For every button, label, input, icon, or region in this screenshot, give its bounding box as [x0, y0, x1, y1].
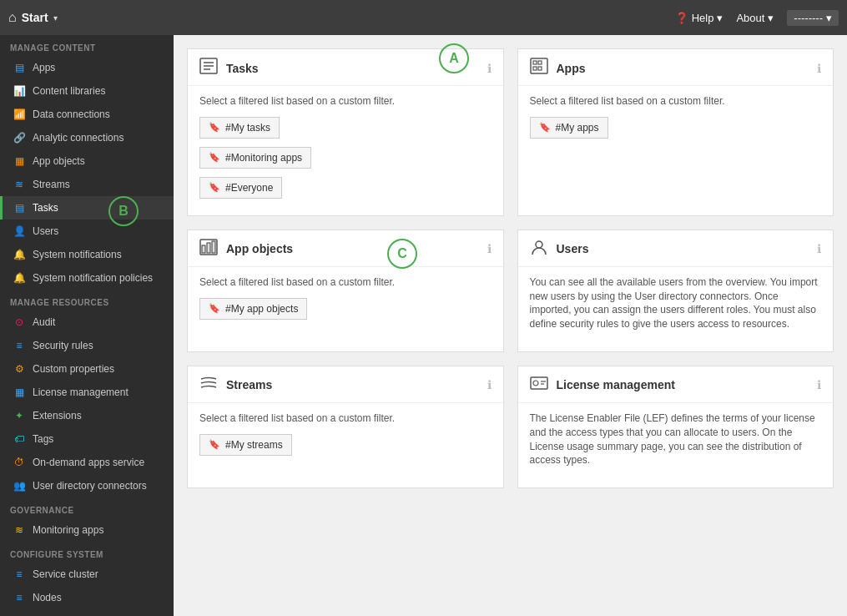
cards-grid: Tasks ℹ Select a filtered list based on … [187, 48, 834, 488]
sidebar-item-label: Data connections [33, 109, 110, 120]
content-libraries-icon: 📊 [13, 85, 26, 97]
extensions-icon: ✦ [13, 410, 26, 422]
sidebar-item-user-directory[interactable]: 👥 User directory connectors [0, 474, 174, 497]
tasks-icon: ▤ [13, 202, 26, 214]
sidebar-item-streams[interactable]: ≋ Streams [0, 173, 174, 196]
card-streams-title: Streams [226, 378, 272, 391]
card-app-objects-header: App objects ℹ [188, 230, 503, 267]
sidebar-item-label: System notification policies [33, 272, 153, 284]
card-streams-header: Streams ℹ [188, 366, 503, 403]
sidebar-item-security-rules[interactable]: ≡ Security rules [0, 334, 174, 357]
svg-rect-12 [212, 241, 215, 253]
sidebar-item-app-objects[interactable]: ▦ App objects [0, 149, 174, 173]
sidebar-item-system-notifications[interactable]: 🔔 System notifications [0, 243, 174, 266]
filter-monitoring-apps[interactable]: 🔖 #Monitoring apps [199, 147, 311, 169]
filter-everyone[interactable]: 🔖 #Everyone [199, 177, 282, 199]
topbar: ⌂ Start ▾ ❓ Help ▾ About ▾ -------- ▾ [0, 0, 847, 35]
user-directory-icon: 👥 [13, 480, 26, 492]
cards-container: A C [187, 48, 834, 488]
users-icon: 👤 [13, 225, 26, 237]
card-streams-header-left: Streams [199, 375, 272, 396]
sidebar-item-service-cluster[interactable]: ≡ Service cluster [0, 563, 174, 586]
sidebar-item-system-notification-policies[interactable]: 🔔 System notification policies [0, 266, 174, 290]
sidebar-item-label: Users [33, 225, 58, 237]
sidebar-item-monitoring-apps[interactable]: ≋ Monitoring apps [0, 518, 174, 542]
card-tasks-desc: Select a filtered list based on a custom… [199, 94, 492, 109]
start-label[interactable]: Start [22, 11, 48, 24]
sidebar-item-on-demand-apps[interactable]: ⏱ On-demand apps service [0, 451, 174, 474]
on-demand-apps-icon: ⏱ [13, 457, 26, 468]
svg-point-13 [536, 241, 542, 248]
sidebar-item-extensions[interactable]: ✦ Extensions [0, 404, 174, 427]
service-cluster-icon: ≡ [13, 568, 26, 580]
user-menu[interactable]: -------- ▾ [787, 10, 839, 26]
sidebar-item-label: User directory connectors [33, 480, 147, 492]
system-notification-policies-icon: 🔔 [13, 272, 26, 284]
sidebar-item-users[interactable]: 👤 Users [0, 220, 174, 243]
sidebar-item-label: Content libraries [33, 85, 105, 97]
app-objects-card-icon [199, 239, 218, 260]
filter-my-app-objects[interactable]: 🔖 #My app objects [199, 298, 307, 320]
sidebar-item-analytic-connections[interactable]: 🔗 Analytic connections [0, 126, 174, 149]
about-caret-icon: ▾ [768, 12, 774, 24]
card-app-objects-header-left: App objects [199, 239, 293, 260]
nodes-icon: ≡ [13, 592, 26, 603]
users-info-icon[interactable]: ℹ [817, 242, 821, 255]
card-license-desc: The License Enabler File (LEF) defines t… [530, 412, 822, 467]
apps-card-icon [530, 58, 548, 78]
sidebar-item-tasks[interactable]: ▤ Tasks [0, 196, 174, 220]
sidebar-item-label: Apps [33, 62, 55, 73]
sidebar-item-custom-properties[interactable]: ⚙ Custom properties [0, 357, 174, 381]
sidebar-item-label: Streams [33, 179, 70, 190]
sidebar-item-label: App objects [33, 155, 85, 167]
license-management-icon: ▦ [13, 386, 26, 398]
card-tasks-header-left: Tasks [199, 58, 259, 78]
svg-rect-11 [207, 243, 210, 253]
card-apps: Apps ℹ Select a filtered list based on a… [517, 48, 834, 216]
sidebar-item-tags[interactable]: 🏷 Tags [0, 427, 174, 451]
apps-info-icon[interactable]: ℹ [817, 62, 821, 75]
security-rules-icon: ≡ [13, 340, 26, 351]
filter-my-streams[interactable]: 🔖 #My streams [199, 434, 292, 456]
home-icon[interactable]: ⌂ [8, 10, 17, 25]
sidebar-item-nodes[interactable]: ≡ Nodes [0, 586, 174, 609]
filter-my-tasks[interactable]: 🔖 #My tasks [199, 117, 280, 139]
license-info-icon[interactable]: ℹ [817, 378, 821, 391]
streams-info-icon[interactable]: ℹ [487, 378, 492, 391]
about-button[interactable]: About ▾ [736, 12, 774, 24]
sidebar-item-engines[interactable]: ⚙ Engines [0, 609, 174, 616]
sidebar-item-label: Tasks [33, 202, 58, 214]
card-tasks-title: Tasks [226, 62, 259, 75]
system-notifications-icon: 🔔 [13, 249, 26, 260]
bookmark-icon: 🔖 [209, 122, 220, 133]
tasks-info-icon[interactable]: ℹ [487, 62, 492, 75]
card-users-title: Users [557, 242, 589, 255]
app-objects-info-icon[interactable]: ℹ [487, 242, 492, 255]
svg-rect-7 [533, 67, 537, 70]
tags-icon: 🏷 [13, 433, 26, 445]
sidebar-item-label: Custom properties [33, 363, 114, 375]
main-layout: MANAGE CONTENT ▤ Apps 📊 Content librarie… [0, 35, 847, 616]
sidebar-item-label: Tags [33, 433, 53, 445]
card-users-body: You can see all the available users from… [518, 267, 834, 351]
start-caret-icon[interactable]: ▾ [53, 13, 58, 23]
help-button[interactable]: ❓ Help ▾ [675, 12, 723, 24]
configure-system-header: CONFIGURE SYSTEM [0, 542, 174, 563]
card-license-header: License management ℹ [518, 366, 834, 403]
license-card-icon [530, 375, 548, 396]
bookmark-icon: 🔖 [209, 303, 220, 314]
streams-icon: ≋ [13, 179, 26, 190]
sidebar-item-content-libraries[interactable]: 📊 Content libraries [0, 79, 174, 103]
sidebar-item-data-connections[interactable]: 📶 Data connections [0, 103, 174, 126]
sidebar-item-apps[interactable]: ▤ Apps [0, 56, 174, 79]
sidebar-item-label: System notifications [33, 249, 122, 260]
sidebar-item-label: Nodes [33, 592, 62, 603]
card-apps-title: Apps [557, 62, 586, 75]
card-app-objects-desc: Select a filtered list based on a custom… [199, 275, 492, 290]
filter-my-apps[interactable]: 🔖 #My apps [530, 117, 608, 139]
sidebar-wrapper: MANAGE CONTENT ▤ Apps 📊 Content librarie… [0, 35, 174, 616]
card-users-desc: You can see all the available users from… [530, 275, 822, 331]
sidebar-item-audit[interactable]: ⊙ Audit [0, 311, 174, 334]
content-area: A C [174, 35, 847, 616]
sidebar-item-license-management[interactable]: ▦ License management [0, 381, 174, 404]
